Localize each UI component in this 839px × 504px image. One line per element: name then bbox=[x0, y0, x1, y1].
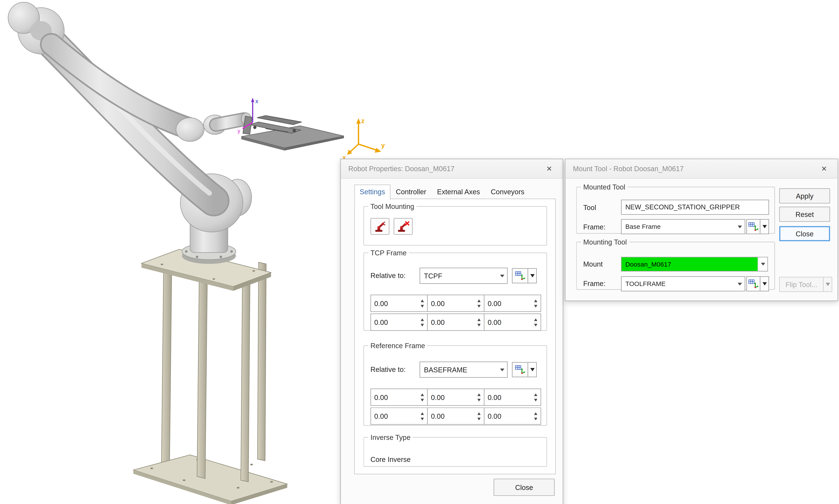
combo-arrow-icon[interactable] bbox=[758, 257, 768, 271]
mounted-frame-combo[interactable]: Base Frame bbox=[621, 219, 745, 234]
mounted-frame-picker-dropdown[interactable] bbox=[760, 219, 769, 234]
tab-strip: Settings Controller External Axes Convey… bbox=[354, 184, 530, 200]
mounting-tool-group: Mounting Tool Mount Doosan_M0617 Frame: … bbox=[576, 238, 775, 290]
dropdown-arrow-icon bbox=[530, 368, 535, 371]
frame-picker-icon bbox=[515, 270, 526, 281]
application-window: x y z y x Robot Properties: Doosan_M0617… bbox=[0, 0, 839, 504]
spinner-arrows[interactable] bbox=[532, 314, 539, 330]
mount-tool-dialog: Mount Tool - Robot Doosan_M0617 ✕ Mounte… bbox=[565, 159, 838, 301]
spinner-value: 0.00 bbox=[374, 393, 388, 401]
tool-name-value: NEW_SECOND_STATION_GRIPPER bbox=[625, 203, 740, 211]
mounting-frame-picker-button[interactable] bbox=[746, 276, 761, 291]
world-y-label: y bbox=[381, 142, 385, 149]
close-icon[interactable]: ✕ bbox=[543, 165, 555, 173]
tool-name-input[interactable]: NEW_SECOND_STATION_GRIPPER bbox=[621, 200, 769, 215]
mounting-frame-combo[interactable]: TOOLFRAME bbox=[621, 276, 745, 291]
combo-arrow-icon[interactable] bbox=[497, 362, 507, 377]
frame-picker-icon bbox=[748, 278, 759, 289]
tcp-relative-combo[interactable]: TCPF bbox=[420, 268, 508, 284]
combo-arrow-icon[interactable] bbox=[735, 220, 745, 234]
reference-frame-group: Reference Frame Relative to: BASEFRAME bbox=[364, 342, 547, 426]
spinner-value: 0.00 bbox=[431, 412, 444, 420]
robot-pedestal[interactable] bbox=[133, 249, 287, 504]
ref-spinner-ry[interactable]: 0.00 bbox=[427, 408, 485, 425]
robot-properties-dialog: Robot Properties: Doosan_M0617 ✕ Setting… bbox=[340, 159, 563, 504]
tcp-spinner-y[interactable]: 0.00 bbox=[427, 295, 485, 312]
tab-conveyors[interactable]: Conveyors bbox=[485, 184, 530, 200]
tool-label: Tool bbox=[583, 203, 596, 212]
ref-spinner-y[interactable]: 0.00 bbox=[427, 389, 485, 406]
spinner-arrows[interactable] bbox=[532, 389, 539, 406]
reset-button[interactable]: Reset bbox=[780, 207, 830, 222]
robot-properties-title: Robot Properties: Doosan_M0617 bbox=[348, 165, 454, 173]
apply-button[interactable]: Apply bbox=[780, 188, 830, 203]
unmount-tool-icon bbox=[397, 220, 409, 232]
tcp-spinner-rx[interactable]: 0.00 bbox=[370, 313, 428, 331]
tcp-spinner-ry[interactable]: 0.00 bbox=[427, 313, 485, 331]
spinner-arrows[interactable] bbox=[476, 295, 482, 311]
tab-settings[interactable]: Settings bbox=[354, 184, 390, 200]
mount-tool-title: Mount Tool - Robot Doosan_M0617 bbox=[573, 165, 684, 173]
spinner-arrows[interactable] bbox=[476, 314, 482, 330]
inverse-type-group: Inverse Type Core Inverse bbox=[364, 433, 547, 467]
dropdown-arrow-icon bbox=[762, 282, 767, 286]
tcp-spinner-z[interactable]: 0.00 bbox=[484, 295, 541, 312]
world-triad[interactable]: z y x bbox=[343, 117, 385, 161]
mounted-frame-picker-button[interactable] bbox=[746, 219, 761, 234]
tab-controller[interactable]: Controller bbox=[390, 184, 432, 200]
spinner-value: 0.00 bbox=[488, 412, 501, 420]
spinner-arrows[interactable] bbox=[419, 389, 425, 406]
ref-spinner-z[interactable]: 0.00 bbox=[484, 389, 541, 406]
tcp-spinner-x[interactable]: 0.00 bbox=[370, 295, 428, 312]
ref-spinner-rx[interactable]: 0.00 bbox=[370, 408, 428, 425]
mounting-frame-value: TOOLFRAME bbox=[622, 277, 735, 291]
close-button[interactable]: Close bbox=[780, 226, 830, 241]
mount-robot-combo[interactable]: Doosan_M0617 bbox=[621, 257, 768, 272]
inverse-type-legend: Inverse Type bbox=[368, 433, 413, 442]
mount-tool-titlebar[interactable]: Mount Tool - Robot Doosan_M0617 ✕ bbox=[565, 159, 838, 179]
mounted-frame-value: Base Frame bbox=[622, 220, 735, 234]
tcp-relative-value: TCPF bbox=[420, 268, 497, 283]
tcp-spinner-rz[interactable]: 0.00 bbox=[484, 313, 541, 331]
tool-mounting-legend: Tool Mounting bbox=[368, 202, 416, 211]
mount-tool-button[interactable] bbox=[370, 218, 389, 235]
tcp-frame-legend: TCP Frame bbox=[368, 249, 409, 257]
spinner-arrows[interactable] bbox=[532, 408, 539, 424]
ref-spinner-x[interactable]: 0.00 bbox=[370, 389, 428, 406]
ref-relative-value: BASEFRAME bbox=[420, 362, 497, 377]
ref-relative-combo[interactable]: BASEFRAME bbox=[420, 362, 508, 378]
ref-spinner-rz[interactable]: 0.00 bbox=[484, 408, 541, 425]
flip-tool-dropdown[interactable] bbox=[823, 277, 832, 292]
ref-frame-picker-dropdown[interactable] bbox=[528, 362, 537, 377]
dropdown-arrow-icon bbox=[530, 274, 535, 277]
ref-frame-picker-button[interactable] bbox=[512, 362, 528, 377]
close-icon[interactable]: ✕ bbox=[818, 165, 830, 173]
robot-arm[interactable] bbox=[8, 2, 251, 264]
settings-panel: Tool Mounting bbox=[354, 199, 556, 474]
frame-picker-icon bbox=[748, 221, 759, 232]
combo-arrow-icon[interactable] bbox=[735, 277, 745, 291]
mounting-frame-picker-dropdown[interactable] bbox=[760, 276, 769, 291]
spinner-arrows[interactable] bbox=[476, 408, 482, 424]
tcp-frame-picker-dropdown[interactable] bbox=[528, 268, 537, 283]
spinner-value: 0.00 bbox=[488, 318, 501, 326]
combo-arrow-icon[interactable] bbox=[497, 268, 507, 283]
tab-external-axes[interactable]: External Axes bbox=[432, 184, 485, 200]
ref-relative-to-label: Relative to: bbox=[370, 365, 406, 374]
spinner-arrows[interactable] bbox=[419, 295, 425, 311]
gripper-tool[interactable] bbox=[241, 115, 344, 150]
spinner-arrows[interactable] bbox=[476, 389, 482, 406]
spinner-value: 0.00 bbox=[374, 412, 388, 420]
mounting-frame-label: Frame: bbox=[583, 280, 606, 288]
robot-properties-titlebar[interactable]: Robot Properties: Doosan_M0617 ✕ bbox=[341, 159, 563, 179]
tool-mounting-group: Tool Mounting bbox=[364, 202, 547, 246]
spinner-arrows[interactable] bbox=[532, 295, 539, 311]
unmount-tool-button[interactable] bbox=[394, 218, 413, 235]
flip-tool-button[interactable]: Flip Tool... bbox=[780, 277, 824, 292]
spinner-arrows[interactable] bbox=[419, 314, 425, 330]
mounted-tool-legend: Mounted Tool bbox=[581, 183, 628, 191]
close-button[interactable]: Close bbox=[494, 479, 555, 496]
spinner-value: 0.00 bbox=[488, 299, 501, 307]
spinner-arrows[interactable] bbox=[419, 408, 425, 424]
tcp-frame-picker-button[interactable] bbox=[512, 268, 528, 283]
